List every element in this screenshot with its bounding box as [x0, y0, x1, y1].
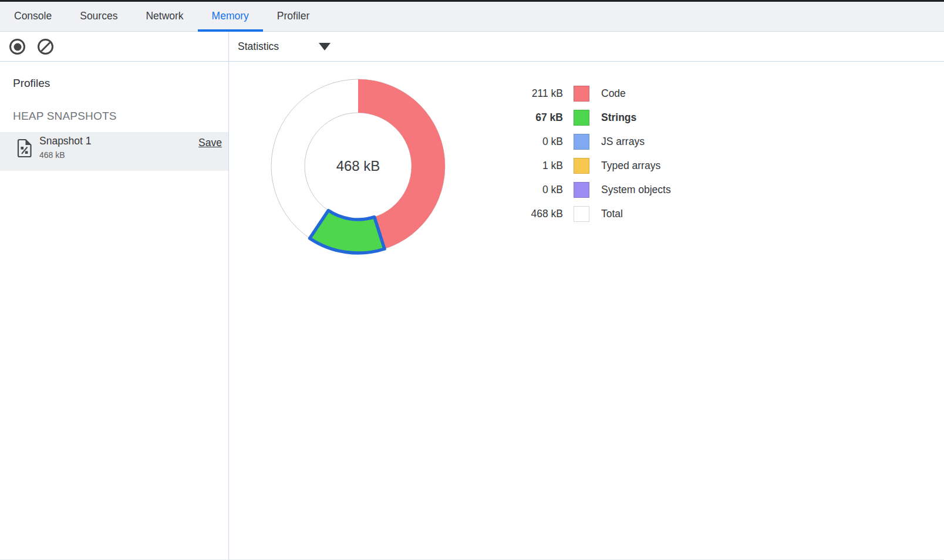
perspective-dropdown-label: Statistics — [238, 41, 279, 53]
memory-toolbar: Statistics — [0, 32, 944, 62]
legend-row-strings: 67 kBStrings — [478, 106, 671, 130]
tab-network[interactable]: Network — [132, 2, 197, 32]
tab-sources[interactable]: Sources — [66, 2, 132, 32]
statistics-view: 468 kB 211 kBCode67 kBStrings0 kBJS arra… — [229, 62, 944, 560]
legend-swatch-icon — [574, 158, 589, 174]
donut-chart: 468 kB — [264, 72, 452, 260]
legend-value: 1 kB — [478, 160, 563, 172]
tab-memory[interactable]: Memory — [198, 2, 263, 32]
legend-swatch-icon — [574, 182, 589, 198]
profiles-sidebar: Profiles HEAP SNAPSHOTS Snapshot 1 468 k… — [0, 62, 228, 560]
legend-value: 211 kB — [478, 87, 563, 100]
legend-label: Code — [601, 87, 626, 100]
clear-profiles-button[interactable] — [38, 39, 53, 55]
legend-row-code: 211 kBCode — [478, 82, 671, 106]
legend-swatch-icon — [574, 134, 589, 150]
record-icon — [14, 43, 21, 50]
clear-icon — [39, 40, 52, 53]
snapshot-size: 468 kB — [39, 150, 65, 160]
legend-row-typed-arrays: 1 kBTyped arrays — [478, 154, 671, 178]
legend-label: Total — [601, 208, 623, 220]
snapshot-name: Snapshot 1 — [39, 135, 92, 147]
legend-value: 67 kB — [478, 112, 563, 124]
legend-label: System objects — [601, 184, 671, 196]
chart-legend: 211 kBCode67 kBStrings0 kBJS arrays1 kBT… — [478, 82, 671, 226]
legend-row-js-arrays: 0 kBJS arrays — [478, 130, 671, 154]
legend-value: 0 kB — [478, 184, 563, 196]
triangle-down-icon — [319, 43, 331, 50]
heap-snapshots-section-title: HEAP SNAPSHOTS — [13, 110, 117, 123]
tab-strip: ConsoleSourcesNetworkMemoryProfiler — [0, 2, 323, 32]
legend-label: Strings — [601, 112, 636, 124]
heap-snapshot-file-icon — [16, 139, 32, 158]
perspective-dropdown[interactable]: Statistics — [238, 32, 331, 61]
legend-swatch-icon — [574, 206, 589, 222]
donut-center-label: 468 kB — [336, 158, 380, 174]
legend-swatch-icon — [574, 86, 589, 102]
legend-value: 0 kB — [478, 136, 563, 148]
donut-slice-strings[interactable] — [310, 211, 385, 253]
profiles-title: Profiles — [13, 77, 50, 90]
legend-label: Typed arrays — [601, 160, 660, 172]
legend-label: JS arrays — [601, 136, 645, 148]
tab-console[interactable]: Console — [0, 2, 66, 32]
snapshot-list-item[interactable]: Snapshot 1 468 kB Save — [0, 132, 228, 171]
panel-tab-bar: ConsoleSourcesNetworkMemoryProfiler — [0, 0, 944, 32]
legend-value: 468 kB — [478, 208, 563, 220]
legend-swatch-icon — [574, 110, 589, 126]
legend-row-system-objects: 0 kBSystem objects — [478, 178, 671, 202]
legend-row-total: 468 kBTotal — [478, 202, 671, 226]
save-snapshot-link[interactable]: Save — [198, 137, 222, 149]
tab-profiler[interactable]: Profiler — [263, 2, 323, 32]
record-heap-snapshot-button[interactable] — [9, 39, 25, 55]
